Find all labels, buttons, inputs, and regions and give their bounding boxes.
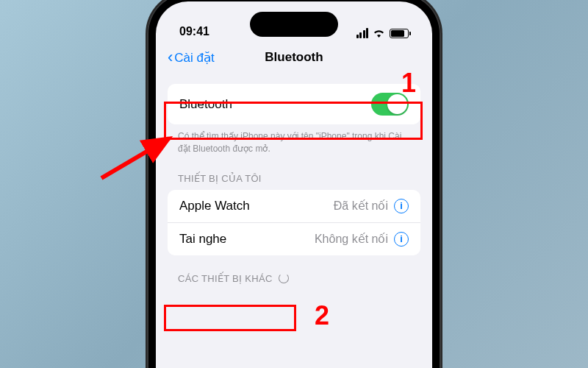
nav-header: ‹ Cài đặt Bluetooth bbox=[156, 43, 432, 72]
settings-content: Bluetooth Có thể tìm thấy iPhone này với… bbox=[156, 72, 432, 290]
my-devices-group: Apple Watch Đã kết nối i Tai nghe Không … bbox=[168, 190, 420, 255]
cellular-signal-icon bbox=[356, 28, 369, 38]
section-other-devices: CÁC THIẾT BỊ KHÁC bbox=[156, 255, 432, 290]
status-time: 09:41 bbox=[179, 25, 209, 38]
device-status: Đã kết nối bbox=[334, 199, 388, 213]
back-label: Cài đặt bbox=[174, 50, 214, 66]
bluetooth-toggle-group: Bluetooth bbox=[168, 84, 420, 124]
info-icon[interactable]: i bbox=[394, 232, 409, 247]
bluetooth-toggle-row[interactable]: Bluetooth bbox=[168, 84, 420, 124]
spinner-icon bbox=[279, 273, 289, 283]
bluetooth-label: Bluetooth bbox=[179, 97, 232, 112]
bluetooth-toggle-on[interactable] bbox=[371, 93, 409, 116]
dynamic-island bbox=[250, 12, 338, 37]
wifi-icon bbox=[373, 29, 385, 38]
chevron-left-icon: ‹ bbox=[168, 49, 173, 66]
discoverable-footer: Có thể tìm thấy iPhone này với tên "iPho… bbox=[156, 124, 432, 155]
device-name: Apple Watch bbox=[179, 199, 250, 213]
back-button[interactable]: ‹ Cài đặt bbox=[168, 49, 215, 66]
device-row[interactable]: Apple Watch Đã kết nối i bbox=[168, 190, 420, 223]
other-devices-label: CÁC THIẾT BỊ KHÁC bbox=[178, 273, 273, 284]
phone-screen: 09:41 ‹ Cài đặt Bluetooth Bluetooth bbox=[156, 1, 432, 368]
info-icon[interactable]: i bbox=[394, 199, 409, 213]
device-row[interactable]: Tai nghe Không kết nối i bbox=[168, 223, 420, 255]
device-name: Tai nghe bbox=[179, 232, 226, 247]
status-icons bbox=[356, 28, 409, 38]
battery-icon bbox=[390, 29, 409, 38]
section-my-devices: THIẾT BỊ CỦA TÔI bbox=[156, 155, 432, 190]
device-status: Không kết nối bbox=[315, 232, 388, 246]
phone-frame: 09:41 ‹ Cài đặt Bluetooth Bluetooth bbox=[147, 0, 441, 368]
